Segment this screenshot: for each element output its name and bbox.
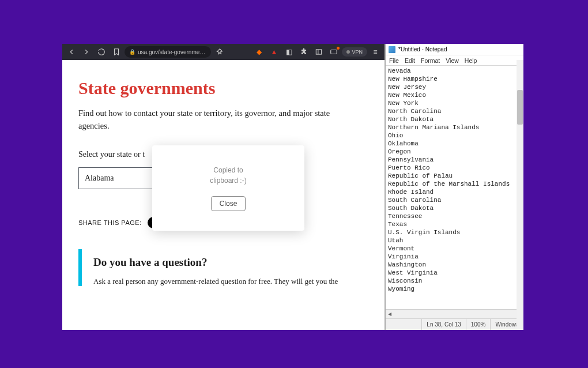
state-select-value: Alabama xyxy=(85,174,114,183)
ext-icon-1[interactable]: ◧ xyxy=(282,46,296,58)
sidebar-icon[interactable] xyxy=(312,46,326,58)
vpn-status-dot xyxy=(346,50,350,54)
share-label: SHARE THIS PAGE: xyxy=(78,219,142,226)
menu-edit[interactable]: Edit xyxy=(405,57,415,64)
svg-rect-2 xyxy=(331,50,337,54)
popup-close-button[interactable]: Close xyxy=(211,196,246,211)
notepad-title-text: *Untitled - Notepad xyxy=(398,46,447,52)
extensions-icon[interactable] xyxy=(297,46,311,58)
clipboard-popup: Copied to clipboard :-) Close xyxy=(152,145,304,231)
ext-triangle-icon[interactable]: ▲ xyxy=(267,46,281,58)
menu-view[interactable]: View xyxy=(446,57,459,64)
question-body: Ask a real person any government-related… xyxy=(93,277,371,286)
address-bar[interactable]: 🔒 usa.gov/state-governme… xyxy=(125,46,211,58)
browser-toolbar: 🔒 usa.gov/state-governme… ◆ ▲ ◧ VPN ≡ xyxy=(62,44,385,60)
hscroll-left-icon[interactable]: ◀ xyxy=(386,310,394,318)
nav-forward-button[interactable] xyxy=(80,46,93,58)
popup-message: Copied to clipboard :-) xyxy=(210,165,246,186)
wallet-icon[interactable] xyxy=(327,46,341,58)
status-zoom: 100% xyxy=(466,319,491,330)
page-subtitle: Find out how to contact your state or te… xyxy=(78,107,344,133)
notepad-titlebar[interactable]: *Untitled - Notepad xyxy=(386,44,523,55)
menu-button[interactable]: ≡ xyxy=(368,46,382,58)
notepad-hscrollbar[interactable]: ◀ xyxy=(386,309,523,318)
notepad-statusbar: Ln 38, Col 13 100% Windows xyxy=(386,318,523,330)
menu-format[interactable]: Format xyxy=(421,57,440,64)
browser-window: 🔒 usa.gov/state-governme… ◆ ▲ ◧ VPN ≡ St… xyxy=(62,44,385,330)
bookmark-button[interactable] xyxy=(110,46,123,58)
notepad-menubar: File Edit Format View Help xyxy=(386,55,523,66)
brave-shields-icon[interactable]: ◆ xyxy=(252,46,266,58)
page-content: State governments Find out how to contac… xyxy=(62,60,385,330)
notepad-text-area[interactable]: Nevada New Hampshire New Jersey New Mexi… xyxy=(386,66,523,294)
notepad-window: *Untitled - Notepad File Edit Format Vie… xyxy=(385,44,523,330)
menu-help[interactable]: Help xyxy=(465,57,477,64)
question-heading: Do you have a question? xyxy=(93,256,371,269)
notepad-app-icon xyxy=(389,46,395,53)
page-title: State governments xyxy=(78,78,371,98)
url-text: usa.gov/state-governme… xyxy=(138,49,205,55)
status-position: Ln 38, Col 13 xyxy=(421,319,466,330)
reload-button[interactable] xyxy=(95,46,108,58)
question-box: Do you have a question? Ask a real perso… xyxy=(78,249,371,286)
lock-icon: 🔒 xyxy=(129,49,135,55)
reader-button[interactable] xyxy=(212,46,226,58)
nav-back-button[interactable] xyxy=(65,46,78,58)
vpn-button[interactable]: VPN xyxy=(342,47,367,57)
svg-rect-0 xyxy=(316,50,322,54)
menu-file[interactable]: File xyxy=(389,57,399,64)
notepad-body: Nevada New Hampshire New Jersey New Mexi… xyxy=(386,66,523,309)
